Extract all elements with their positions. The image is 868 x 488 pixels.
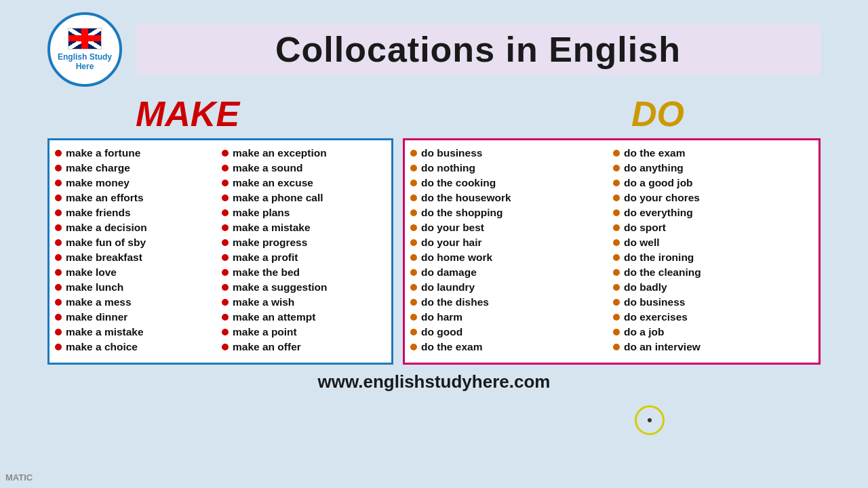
list-item: do your best <box>410 222 610 234</box>
footer: www.englishstudyhere.com <box>47 371 821 392</box>
item-text: make an offer <box>233 341 301 353</box>
list-item: make a mistake <box>222 222 386 234</box>
watermark: MATIC <box>5 472 33 483</box>
item-text: make a suggestion <box>233 281 328 293</box>
website-url: www.englishstudyhere.com <box>318 371 551 392</box>
list-item: make lunch <box>55 281 219 293</box>
item-text: do the dishes <box>421 296 489 308</box>
list-item: do your hair <box>410 237 610 249</box>
item-text: make an excuse <box>233 177 313 189</box>
item-text: do everything <box>624 207 693 219</box>
item-text: do harm <box>421 311 462 323</box>
list-item: make a point <box>222 326 386 338</box>
item-text: make charge <box>66 162 130 174</box>
item-text: make a phone call <box>233 192 323 204</box>
item-text: make a decision <box>66 222 147 234</box>
list-item: make an efforts <box>55 192 219 204</box>
item-text: do your hair <box>421 237 482 249</box>
list-item: do a job <box>613 326 813 338</box>
list-item: do good <box>410 326 610 338</box>
item-text: make an efforts <box>66 192 144 204</box>
list-item: make a choice <box>55 341 219 353</box>
cursor-dot <box>648 418 652 422</box>
list-item: do a good job <box>613 177 813 189</box>
list-item: make a profit <box>222 251 386 264</box>
list-item: make the bed <box>222 266 386 279</box>
item-text: make a mess <box>66 296 132 308</box>
item-text: do an interview <box>624 341 701 353</box>
do-box: do businessdo nothingdo the cookingdo th… <box>403 138 821 365</box>
list-item: do anything <box>613 162 813 174</box>
item-text: do sport <box>624 222 666 234</box>
item-text: do the housework <box>421 192 511 204</box>
item-text: do the shopping <box>421 207 503 219</box>
item-text: make money <box>66 177 130 189</box>
list-item: do sport <box>613 222 813 234</box>
make-box: make a fortunemake chargemake moneymake … <box>47 138 393 365</box>
list-item: do business <box>613 296 813 308</box>
list-item: make dinner <box>55 311 219 323</box>
list-item: do well <box>613 237 813 249</box>
item-text: make an exception <box>233 147 327 159</box>
cursor-indicator <box>635 405 665 435</box>
list-item: do harm <box>410 311 610 323</box>
item-text: make a profit <box>233 251 298 264</box>
list-item: make a mistake <box>55 326 219 338</box>
item-text: do nothing <box>421 162 475 174</box>
item-text: make an attempt <box>233 311 315 323</box>
item-text: do the exam <box>421 341 482 353</box>
list-item: do badly <box>613 281 813 293</box>
list-item: make a fortune <box>55 147 219 159</box>
item-text: do home work <box>421 251 492 264</box>
list-item: do the exam <box>410 341 610 353</box>
item-text: make a choice <box>66 341 138 353</box>
list-item: do the ironing <box>613 251 813 264</box>
item-text: make a fortune <box>66 147 140 159</box>
list-item: make an attempt <box>222 311 386 323</box>
section-labels: MAKE DO <box>47 94 821 134</box>
item-text: do damage <box>421 266 477 279</box>
item-text: do the cooking <box>421 177 496 189</box>
do-col1: do businessdo nothingdo the cookingdo th… <box>410 147 610 356</box>
list-item: do the dishes <box>410 296 610 308</box>
item-text: make lunch <box>66 281 123 293</box>
make-col2: make an exceptionmake a soundmake an exc… <box>222 147 386 356</box>
do-label: DO <box>481 94 821 134</box>
item-text: make love <box>66 266 117 279</box>
list-item: do everything <box>613 207 813 219</box>
list-item: do nothing <box>410 162 610 174</box>
list-item: do the shopping <box>410 207 610 219</box>
item-text: do good <box>421 326 462 338</box>
list-item: make an exception <box>222 147 386 159</box>
item-text: do the exam <box>624 147 685 159</box>
item-text: do your best <box>421 222 484 234</box>
list-item: do the cooking <box>410 177 610 189</box>
item-text: do your chores <box>624 192 700 204</box>
list-item: do the housework <box>410 192 610 204</box>
title-box: Collocations in English <box>136 24 821 75</box>
list-item: make breakfast <box>55 251 219 264</box>
list-item: do business <box>410 147 610 159</box>
item-text: make a mistake <box>233 222 311 234</box>
item-text: do well <box>624 237 660 249</box>
list-item: make progress <box>222 237 386 249</box>
item-text: do laundry <box>421 281 475 293</box>
item-text: do business <box>421 147 482 159</box>
item-text: do badly <box>624 281 667 293</box>
make-col1: make a fortunemake chargemake moneymake … <box>55 147 219 356</box>
list-item: make friends <box>55 207 219 219</box>
item-text: make a wish <box>233 296 294 308</box>
item-text: make progress <box>233 237 307 249</box>
item-text: make a point <box>233 326 297 338</box>
list-item: make charge <box>55 162 219 174</box>
list-item: do the exam <box>613 147 813 159</box>
do-col2: do the examdo anythingdo a good jobdo yo… <box>613 147 813 356</box>
list-item: make love <box>55 266 219 279</box>
list-item: make a suggestion <box>222 281 386 293</box>
item-text: do a job <box>624 326 664 338</box>
item-text: make a sound <box>233 162 302 174</box>
logo-text: English Study Here <box>58 52 112 72</box>
list-item: do the cleaning <box>613 266 813 279</box>
list-item: make an offer <box>222 341 386 353</box>
item-text: make dinner <box>66 311 127 323</box>
